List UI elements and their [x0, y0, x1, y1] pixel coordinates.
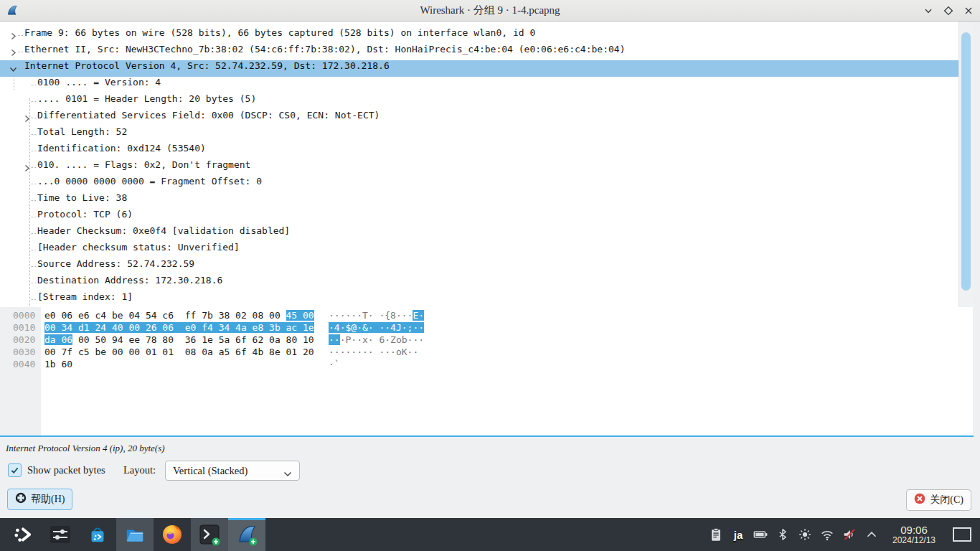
discover-store-icon[interactable]	[79, 518, 116, 551]
title-bar[interactable]: Wireshark · 分组 9 · 1-4.pcapng	[0, 0, 980, 22]
hex-offset: 0000	[13, 310, 35, 321]
tree-row[interactable]: [Stream index: 1]	[0, 291, 958, 308]
battery-icon[interactable]	[751, 518, 770, 551]
window-controls	[923, 0, 974, 21]
bluetooth-icon[interactable]	[773, 518, 792, 551]
tree-row[interactable]: 010. .... = Flags: 0x2, Don't fragment	[0, 159, 958, 176]
tree-row[interactable]: Internet Protocol Version 4, Src: 52.74.…	[0, 60, 958, 77]
expand-icon[interactable]	[9, 32, 17, 39]
input-method-label: ja	[734, 529, 743, 541]
close-dialog-button[interactable]: 关闭(C)	[906, 489, 971, 511]
hex-bytes[interactable]: e0 06 e6 c4 be 04 54 c6 ff 7b 38 02 08 0…	[44, 310, 314, 321]
maximize-button[interactable]	[943, 5, 954, 17]
tree-row-label: .... 0101 = Header Length: 20 bytes (5)	[37, 93, 256, 104]
tree-branch-line	[31, 151, 36, 151]
hex-ascii[interactable]: ·`	[329, 359, 340, 369]
hex-ascii[interactable]: ········ ···oK··	[329, 347, 424, 357]
tree-row[interactable]: Destination Address: 172.30.218.6	[0, 275, 958, 291]
tree-branch-line	[31, 101, 36, 102]
tree-row[interactable]: Header Checksum: 0xe0f4 [validation disa…	[0, 225, 958, 242]
tree-row[interactable]: Ethernet II, Src: NewH3CTechno_7b:38:02 …	[0, 44, 958, 60]
tree-scrollbar[interactable]	[958, 22, 974, 307]
collapse-icon[interactable]	[9, 65, 17, 72]
hex-row[interactable]: 0000e0 06 e6 c4 be 04 54 c6 ff 7b 38 02 …	[0, 310, 973, 322]
tree-row[interactable]: Source Address: 52.74.232.59	[0, 258, 958, 275]
firefox-icon[interactable]	[154, 518, 191, 551]
tree-row[interactable]: Time to Live: 38	[0, 192, 958, 209]
hex-offset: 0040	[13, 359, 35, 369]
close-button-label: 关闭(C)	[930, 494, 963, 507]
tree-row[interactable]: .... 0101 = Header Length: 20 bytes (5)	[0, 93, 958, 110]
hex-bytes[interactable]: 1b 60	[44, 359, 72, 369]
tree-row[interactable]: 0100 .... = Version: 4	[0, 77, 958, 93]
clock[interactable]: 09:06 2024/12/13	[885, 524, 943, 545]
tree-row[interactable]: Identification: 0xd124 (53540)	[0, 143, 958, 159]
hex-ascii[interactable]: ···P··x· 6·Zob···	[329, 334, 424, 345]
show-packet-bytes-checkbox[interactable]	[8, 463, 22, 477]
hex-bytes[interactable]: 00 34 d1 24 40 00 26 06 e0 f4 34 4a e8 3…	[44, 322, 314, 333]
tree-row[interactable]: ...0 0000 0000 0000 = Fragment Offset: 0	[0, 176, 958, 192]
tray-expand-arrow-icon[interactable]	[862, 518, 881, 551]
minimize-button[interactable]	[923, 5, 934, 17]
tree-row[interactable]: Frame 9: 66 bytes on wire (528 bits), 66…	[0, 27, 958, 44]
scrollbar-thumb[interactable]	[961, 32, 971, 291]
tree-row-label: Identification: 0xd124 (53540)	[37, 143, 206, 154]
tree-branch-line	[18, 35, 23, 36]
volume-muted-icon[interactable]	[840, 518, 859, 551]
hex-row[interactable]: 003000 7f c5 be 00 00 01 01 08 0a a5 6f …	[0, 347, 973, 359]
terminal-icon[interactable]	[191, 518, 228, 551]
close-button[interactable]	[963, 5, 974, 17]
chevron-down-icon	[283, 467, 292, 480]
brightness-icon[interactable]	[796, 518, 814, 551]
expand-icon[interactable]	[9, 48, 17, 56]
clock-date: 2024/12/13	[885, 536, 943, 545]
layout-dropdown[interactable]: Vertical (Stacked)	[165, 461, 300, 481]
hex-bytes[interactable]: da 06 00 50 94 ee 78 80 36 1e 5a 6f 62 0…	[44, 334, 314, 345]
hex-ascii[interactable]: ······T· ·{8···E·	[329, 310, 424, 321]
file-manager-icon[interactable]	[116, 518, 154, 551]
hex-offset: 0010	[13, 322, 35, 333]
tree-row-label: 010. .... = Flags: 0x2, Don't fragment	[37, 159, 250, 170]
tree-branch-line	[31, 85, 36, 85]
tree-branch-line	[31, 200, 36, 201]
tree-branch-line	[31, 266, 36, 267]
tree-row-label: [Stream index: 1]	[37, 291, 133, 302]
packet-detail-tree[interactable]: Frame 9: 66 bytes on wire (528 bits), 66…	[0, 22, 973, 308]
tree-branch-line	[31, 299, 36, 300]
tree-row-label: Frame 9: 66 bytes on wire (528 bits), 66…	[24, 27, 535, 38]
system-settings-icon[interactable]	[42, 518, 79, 551]
tree-rows: Frame 9: 66 bytes on wire (528 bits), 66…	[0, 27, 958, 308]
show-desktop-icon[interactable]	[953, 527, 971, 542]
tree-row[interactable]: Total Length: 52	[0, 126, 958, 143]
tree-row[interactable]: Differentiated Services Field: 0x00 (DSC…	[0, 110, 958, 126]
hex-ascii[interactable]: ·4·$@·&· ··4J·;··	[329, 322, 424, 333]
tree-row-label: Source Address: 52.74.232.59	[37, 258, 194, 269]
tree-branch-line	[31, 167, 36, 168]
wifi-icon[interactable]	[818, 518, 837, 551]
clipboard-icon[interactable]	[707, 518, 725, 551]
tree-row[interactable]: Protocol: TCP (6)	[0, 209, 958, 225]
tree-row-label: [Header checksum status: Unverified]	[37, 242, 240, 253]
packet-bytes-pane[interactable]: 0000e0 06 e6 c4 be 04 54 c6 ff 7b 38 02 …	[0, 307, 973, 435]
hex-row[interactable]: 0020da 06 00 50 94 ee 78 80 36 1e 5a 6f …	[0, 334, 973, 347]
tree-row-label: Internet Protocol Version 4, Src: 52.74.…	[24, 60, 390, 71]
focus-underline	[0, 435, 974, 437]
tree-row-label: ...0 0000 0000 0000 = Fragment Offset: 0	[37, 176, 262, 187]
help-button[interactable]: 帮助(H)	[7, 489, 72, 510]
expand-icon[interactable]	[23, 114, 31, 122]
expand-icon[interactable]	[23, 164, 31, 171]
task-cells	[0, 518, 265, 551]
hex-bytes[interactable]: 00 7f c5 be 00 00 01 01 08 0a a5 6f 4b 8…	[44, 347, 314, 357]
tree-row-label: Total Length: 52	[37, 126, 127, 137]
layout-dropdown-value: Vertical (Stacked)	[173, 461, 248, 480]
show-packet-bytes-label[interactable]: Show packet bytes	[27, 460, 105, 480]
wireshark-task-icon[interactable]	[228, 518, 265, 551]
tree-branch-line	[18, 52, 23, 52]
layout-label: Layout:	[123, 460, 156, 480]
app-launcher-icon[interactable]	[4, 518, 42, 551]
hex-row[interactable]: 001000 34 d1 24 40 00 26 06 e0 f4 34 4a …	[0, 322, 973, 334]
hex-offset: 0030	[13, 347, 35, 357]
hex-row[interactable]: 00401b 60·`	[0, 359, 973, 371]
tree-row[interactable]: [Header checksum status: Unverified]	[0, 242, 958, 258]
input-method-indicator[interactable]: ja	[729, 518, 748, 551]
